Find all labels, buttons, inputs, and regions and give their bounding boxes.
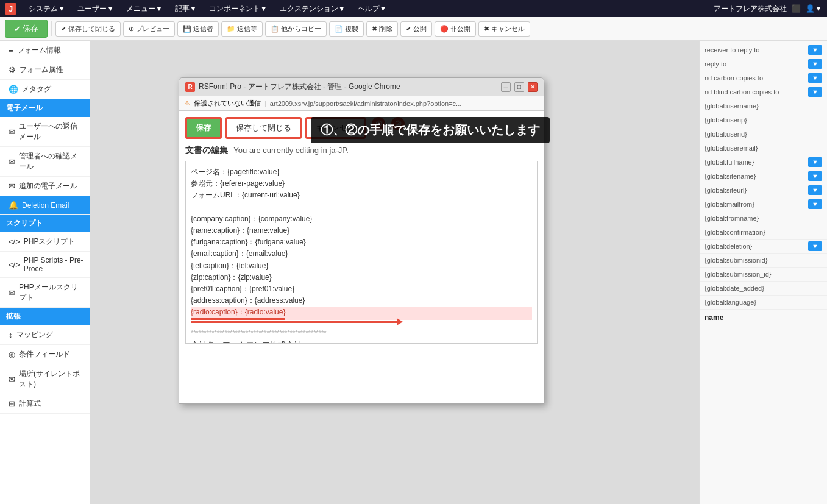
chrome-title: R RSForm! Pro - アートフレア株式会社 - 管理 - Google…	[185, 82, 400, 92]
sidebar-item-label: フォーム属性	[20, 65, 63, 75]
menu-bar: J システム▼ ユーザー▼ メニュー▼ 記事▼ コンポーネント▼ エクステンショ…	[0, 0, 827, 17]
cancel-x-icon: ✖	[484, 25, 489, 33]
menu-extension[interactable]: エクステンション▼	[275, 1, 350, 16]
right-tag-submission-id: {global:submission_id}	[700, 268, 827, 282]
mailfrom-btn[interactable]: ▼	[808, 199, 822, 209]
right-tag-sitename: {global:sitename}	[705, 172, 756, 180]
text-editor[interactable]: ページ名：{pagetitle:value} 参照元：{referer-page…	[185, 161, 538, 344]
sidebar-item-formula[interactable]: ⊞ 計算式	[0, 394, 90, 414]
right-tag-siteurl: {global:siteurl}	[705, 186, 747, 194]
minimize-button[interactable]: ─	[501, 82, 511, 92]
sidebar-item-label: PHPスクリプト	[24, 236, 76, 247]
sidebar-item-admin-confirm[interactable]: ✉ 管理者への確認メール	[0, 147, 90, 177]
sender-button[interactable]: 💾 送信者	[177, 21, 219, 37]
user-icon[interactable]: 👤▼	[806, 4, 822, 13]
sidebar-item-metatag[interactable]: 🌐 メタタグ	[0, 80, 90, 99]
sidebar-item-location[interactable]: ✉ 場所(サイレントポスト)	[0, 364, 90, 394]
address-text: art2009.xsrv.jp/support/saeki/administra…	[270, 100, 539, 107]
right-field-reply: reply to ▼	[700, 57, 827, 71]
editor-line-2: 参照元：{referer-page:value}	[191, 178, 532, 190]
right-tag-useremail: {global:useremail}	[700, 141, 827, 155]
menu-menu[interactable]: メニュー▼	[121, 1, 168, 16]
editor-line-1: ページ名：{pagetitle:value}	[191, 166, 532, 178]
copy-icon: 📋	[271, 25, 279, 33]
sidebar-item-form-info[interactable]: ≡ フォーム情報	[0, 41, 90, 60]
menu-user[interactable]: ユーザー▼	[73, 1, 119, 16]
modal-save-close-button[interactable]: 保存して閉じる	[225, 117, 302, 139]
right-tag-deletion: {global:deletion}	[705, 243, 752, 250]
fullname-btn[interactable]: ▼	[808, 157, 822, 167]
save-button[interactable]: ✔ 保存	[5, 20, 48, 38]
editor-line-13: {radio:caption}：{radio:value}	[191, 307, 532, 320]
modal-save-button[interactable]: 保存	[185, 117, 222, 139]
sidebar-item-label: 場所(サイレントポスト)	[19, 369, 83, 389]
sidebar-item-extra-email[interactable]: ✉ 追加の電子メール	[0, 177, 90, 196]
menu-component[interactable]: コンポーネント▼	[204, 1, 272, 16]
menu-system[interactable]: システム▼	[24, 1, 70, 16]
chrome-window: R RSForm! Pro - アートフレア株式会社 - 管理 - Google…	[179, 77, 544, 404]
deletion-btn[interactable]: ▼	[808, 241, 822, 251]
sidebar-item-label: ユーザーへの返信メール	[19, 121, 83, 142]
editor-line-15: 会社名 アートフレア株式会社	[191, 339, 532, 344]
chrome-body: 保存 保存して閉じる キャンセル ① ② 文書の編集 You are curre…	[179, 111, 544, 403]
sidebar-item-mapping[interactable]: ↕ マッピング	[0, 325, 90, 345]
right-tag-fullname: {global:fullname}	[705, 158, 754, 166]
right-tag-fromname: {global:fromname}	[700, 211, 827, 225]
sidebar-item-label: PHP Scripts - Pre-Proce	[24, 256, 83, 273]
duplicate-button[interactable]: 📄 複製	[329, 21, 364, 37]
delete-button[interactable]: ✖ 削除	[366, 21, 398, 37]
sidebar-item-label: 計算式	[19, 399, 41, 409]
toolbar: ✔ 保存 ✔ 保存して閉じる ⊕ プレビュー 💾 送信者 📁 送信等 📋 他から…	[0, 17, 827, 41]
send-button[interactable]: 📁 送信等	[221, 21, 263, 37]
editor-line-6: {name:caption}：{name:value}	[191, 225, 532, 236]
editor-line-12: {address:caption}：{address:value}	[191, 295, 532, 307]
publish-button[interactable]: ✔ 公開	[400, 21, 432, 37]
right-tag-siteurl-row: {global:siteurl} ▼	[700, 183, 827, 197]
right-field-cc: nd carbon copies to ▼	[700, 71, 827, 85]
preview-button[interactable]: ⊕ プレビュー	[123, 21, 175, 37]
right-tag-userid: {global:userid}	[700, 127, 827, 141]
sidebar-item-condition[interactable]: ◎ 条件フィールド	[0, 345, 90, 364]
red-arrow-container	[191, 321, 532, 323]
folder-icon: 📁	[227, 25, 235, 33]
right-field-receiver: receiver to reply to ▼	[700, 43, 827, 57]
save-close-button[interactable]: ✔ 保存して閉じる	[55, 21, 121, 37]
mail-icon-4: ✉	[9, 288, 15, 297]
sidebar-item-label: マッピング	[16, 330, 53, 340]
restore-button[interactable]: □	[514, 82, 524, 92]
reply-btn[interactable]: ▼	[808, 59, 822, 69]
security-text: 保護されていない通信	[194, 99, 261, 108]
cancel-button[interactable]: ✖ キャンセル	[478, 21, 530, 37]
menu-article[interactable]: 記事▼	[170, 1, 202, 16]
close-button[interactable]: ✕	[528, 82, 538, 92]
copy-from-button[interactable]: 📋 他からコピー	[265, 21, 327, 37]
app-logo: J	[5, 3, 16, 15]
right-tag-deletion-row: {global:deletion} ▼	[700, 240, 827, 254]
menu-help[interactable]: ヘルプ▼	[353, 1, 392, 16]
sidebar-section-script: スクリプト	[0, 215, 90, 232]
sidebar-item-php-mail[interactable]: ✉ PHPメールスクリプト	[0, 278, 90, 308]
sidebar-item-form-attr[interactable]: ⚙ フォーム属性	[0, 60, 90, 80]
bcc-btn[interactable]: ▼	[808, 87, 822, 97]
right-tag-username: {global:username}	[700, 99, 827, 113]
cc-btn[interactable]: ▼	[808, 73, 822, 83]
mail-icon-2: ✉	[9, 157, 15, 166]
editor-line-9: {tel:caption}：{tel:value}	[191, 260, 532, 272]
right-panel-fields-label: name	[700, 310, 827, 324]
main-layout: ≡ フォーム情報 ⚙ フォーム属性 🌐 メタタグ 電子メール ✉ ユーザーへの返…	[0, 41, 827, 504]
unpublish-button[interactable]: 🔴 非公開	[435, 21, 476, 37]
editor-line-4	[191, 202, 532, 213]
sitename-btn[interactable]: ▼	[808, 171, 822, 181]
sidebar-item-deletion-email[interactable]: 🔔 Deletion Email	[0, 196, 90, 215]
sidebar-item-user-reply[interactable]: ✉ ユーザーへの返信メール	[0, 117, 90, 147]
siteurl-btn[interactable]: ▼	[808, 185, 822, 195]
sidebar-item-php-script[interactable]: </> PHPスクリプト	[0, 232, 90, 252]
sidebar-item-php-pre[interactable]: </> PHP Scripts - Pre-Proce	[0, 252, 90, 278]
form-info-icon: ≡	[9, 46, 13, 55]
bcc-label: nd blind carbon copies to	[705, 88, 779, 96]
receiver-btn[interactable]: ▼	[808, 45, 822, 55]
location-icon: ✉	[9, 375, 15, 384]
company-name: アートフレア株式会社	[714, 4, 787, 14]
right-tag-fullname-row: {global:fullname} ▼	[700, 155, 827, 169]
arrow-head	[397, 318, 403, 325]
